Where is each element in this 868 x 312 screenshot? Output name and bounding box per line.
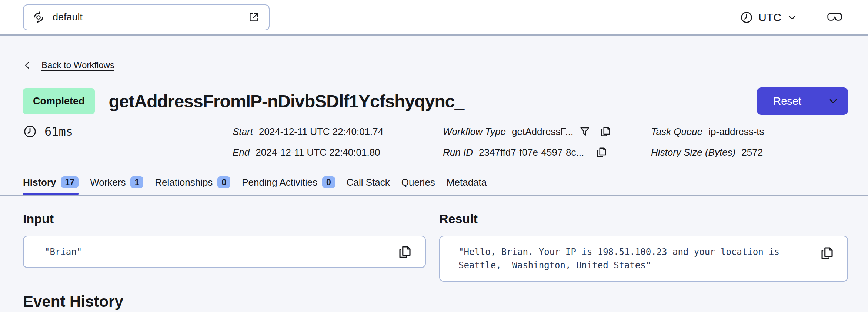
reset-dropdown-button[interactable] — [818, 87, 848, 115]
duration-value: 61ms — [44, 125, 73, 139]
tab-relationships[interactable]: Relationships 0 — [155, 176, 230, 188]
start-label: Start — [233, 126, 253, 137]
clock-icon — [23, 125, 37, 139]
end-label: End — [233, 147, 250, 158]
workflow-tabs: History 17 Workers 1 Relationships 0 Pen… — [0, 176, 868, 196]
labs-mode-toggle[interactable] — [827, 12, 843, 23]
tab-count-badge: 17 — [61, 176, 79, 188]
end-value: 2024-12-11 UTC 22:40:01.80 — [256, 147, 380, 158]
tab-count-badge: 0 — [217, 176, 230, 188]
tab-call-stack[interactable]: Call Stack — [347, 177, 390, 188]
end-field: End 2024-12-11 UTC 22:40:01.80 — [233, 147, 443, 158]
namespace-selector[interactable]: default — [23, 4, 270, 30]
top-bar: default UTC — [0, 0, 868, 36]
start-value: 2024-12-11 UTC 22:40:01.74 — [259, 126, 383, 137]
result-card: "Hello, Brian. Your IP is 198.51.100.23 … — [439, 236, 848, 282]
input-card: "Brian" — [23, 236, 426, 268]
external-link-icon — [247, 11, 260, 24]
copy-result-button[interactable] — [819, 245, 835, 261]
glasses-icon — [827, 12, 843, 23]
workflow-type-link[interactable]: getAddressF... — [512, 126, 573, 137]
tab-count-badge: 0 — [322, 176, 335, 188]
input-section: Input "Brian" — [23, 212, 426, 268]
tab-label: Pending Activities — [242, 177, 317, 188]
history-size-field: History Size (Bytes) 2572 — [651, 147, 848, 158]
back-to-workflows-link[interactable]: Back to Workflows — [41, 60, 114, 70]
timezone-picker[interactable]: UTC — [738, 10, 800, 24]
tab-label: Metadata — [447, 177, 487, 188]
copy-icon — [397, 244, 413, 260]
title-row: Completed getAddressFromIP-nDivbSDlf1Ycf… — [23, 87, 848, 115]
chevron-down-icon — [828, 96, 839, 107]
filter-funnel-icon — [579, 126, 590, 137]
tab-label: Call Stack — [347, 177, 390, 188]
tab-label: Queries — [401, 177, 435, 188]
history-size-value: 2572 — [741, 147, 763, 158]
namespace-icon — [32, 11, 45, 24]
input-title: Input — [23, 212, 426, 226]
input-result-section: Input "Brian" Result "Hello, Brian. — [23, 212, 848, 282]
clock-icon — [740, 11, 753, 24]
result-section: Result "Hello, Brian. Your IP is 198.51.… — [439, 212, 848, 282]
run-id-field: Run ID 2347ffd7-f07e-4597-8c... — [443, 146, 651, 159]
input-value: "Brian" — [44, 245, 82, 259]
top-bar-right: UTC — [738, 10, 843, 24]
open-namespace-button[interactable] — [238, 5, 269, 30]
tab-workers[interactable]: Workers 1 — [90, 176, 143, 188]
filter-workflow-type-button[interactable] — [579, 126, 590, 137]
tab-count-badge: 1 — [130, 176, 143, 188]
copy-icon — [595, 146, 608, 159]
workflow-type-label: Workflow Type — [443, 126, 506, 137]
reset-button[interactable]: Reset — [757, 87, 818, 115]
tab-label: Workers — [90, 177, 126, 188]
task-queue-link[interactable]: ip-address-ts — [708, 126, 764, 137]
tab-queries[interactable]: Queries — [401, 177, 435, 188]
workflow-type-field: Workflow Type getAddressF... — [443, 125, 651, 138]
task-queue-field: Task Queue ip-address-ts — [651, 126, 848, 137]
tab-metadata[interactable]: Metadata — [447, 177, 487, 188]
tab-pending-activities[interactable]: Pending Activities 0 — [242, 176, 335, 188]
chevron-left-icon — [23, 59, 32, 71]
copy-run-id-button[interactable] — [595, 146, 608, 159]
timezone-label: UTC — [758, 11, 781, 24]
task-queue-label: Task Queue — [651, 126, 702, 137]
run-id-value: 2347ffd7-f07e-4597-8c... — [479, 147, 584, 158]
namespace-selector-main[interactable]: default — [24, 5, 238, 30]
tab-label: Relationships — [155, 177, 213, 188]
copy-input-button[interactable] — [397, 244, 413, 260]
copy-icon — [599, 125, 612, 138]
result-title: Result — [439, 212, 848, 226]
run-id-label: Run ID — [443, 147, 473, 158]
namespace-value: default — [53, 11, 83, 23]
chevron-down-icon — [787, 12, 798, 23]
result-value: "Hello, Brian. Your IP is 198.51.100.23 … — [458, 245, 807, 272]
workflow-title: getAddressFromIP-nDivbSDlf1Ycfshyqync_ — [109, 91, 464, 112]
back-row: Back to Workflows — [23, 59, 848, 71]
start-field: Start 2024-12-11 UTC 22:40:01.74 — [233, 126, 443, 137]
reset-split-button: Reset — [757, 87, 848, 115]
status-badge: Completed — [23, 88, 95, 114]
copy-workflow-type-button[interactable] — [599, 125, 612, 138]
tab-history[interactable]: History 17 — [23, 176, 79, 188]
event-history-title: Event History — [23, 293, 848, 311]
copy-icon — [819, 245, 835, 261]
tab-label: History — [23, 177, 56, 188]
history-size-label: History Size (Bytes) — [651, 147, 735, 158]
workflow-detail-page: Back to Workflows Completed getAddressFr… — [0, 59, 868, 311]
duration-field: 61ms — [23, 125, 233, 139]
workflow-meta: 61ms Start 2024-12-11 UTC 22:40:01.74 Wo… — [23, 125, 848, 159]
